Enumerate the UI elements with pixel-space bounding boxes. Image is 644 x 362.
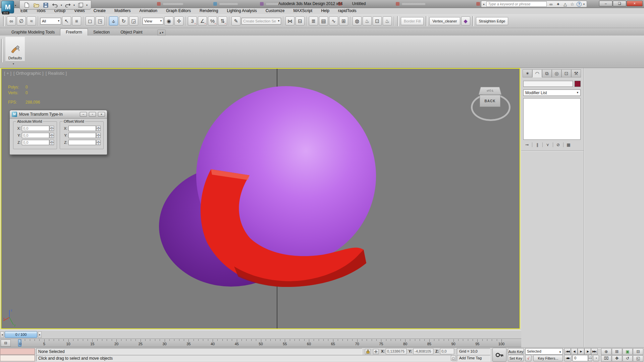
- menu-rendering[interactable]: Rendering: [195, 8, 222, 14]
- ribbon-tab-selection[interactable]: Selection: [88, 29, 115, 36]
- menu-modifiers[interactable]: Modifiers: [110, 8, 135, 14]
- window-crossing-icon[interactable]: ◳: [96, 16, 105, 25]
- select-and-scale-icon[interactable]: ◲: [129, 16, 138, 25]
- graphite-ribbon-toggle-icon[interactable]: ▤: [319, 16, 328, 25]
- time-slider[interactable]: 0 / 100: [5, 331, 37, 338]
- select-and-link-icon[interactable]: ∞: [7, 16, 16, 25]
- menu-rapidtools[interactable]: rapidTools: [334, 8, 361, 14]
- modifier-stack-list[interactable]: [523, 98, 581, 140]
- offset-x-spinner[interactable]: ▲▼: [96, 126, 101, 131]
- panel-expand-icon[interactable]: ▾: [13, 62, 14, 65]
- absolute-y-spinner[interactable]: ▲▼: [50, 133, 54, 138]
- time-back-arrow[interactable]: ◂: [0, 331, 4, 338]
- absolute-z-field[interactable]: 0,0: [22, 140, 49, 145]
- selection-lock-toggle[interactable]: [365, 349, 371, 354]
- ribbon-grip[interactable]: [1, 39, 3, 62]
- current-frame-field[interactable]: 0: [573, 355, 588, 361]
- modifier-list-dropdown[interactable]: Modifier List ▼: [523, 89, 581, 96]
- undo-dropdown-icon[interactable]: ▾: [61, 4, 62, 7]
- zoom-extents-all-icon[interactable]: ⊟: [633, 348, 643, 355]
- z-coord-field[interactable]: 0,0: [440, 348, 454, 354]
- maxscript-mini-listener[interactable]: [0, 355, 35, 361]
- undo-button[interactable]: [51, 2, 59, 8]
- render-production-icon[interactable]: ♨: [383, 16, 392, 25]
- offset-x-field[interactable]: [68, 126, 96, 131]
- make-unique-button[interactable]: ⋎: [544, 142, 551, 148]
- curve-editor-icon[interactable]: ∿: [329, 16, 338, 25]
- panel-edge-divider[interactable]: [584, 68, 584, 347]
- tab-hierarchy[interactable]: ⧉: [542, 69, 552, 77]
- tab-motion[interactable]: ◎: [552, 69, 561, 77]
- tab-utilities[interactable]: ⚒: [571, 69, 581, 77]
- zoom-region-icon[interactable]: ⌧: [601, 355, 611, 362]
- menu-lighting-analysis[interactable]: Lighting Analysis: [222, 8, 261, 14]
- vertex-cleaner-button[interactable]: Vertex_cleaner: [429, 17, 460, 25]
- go-to-start-button[interactable]: |◀◀: [564, 348, 571, 355]
- help-dropdown-icon[interactable]: ▾: [583, 3, 585, 6]
- reference-coordinate-combo[interactable]: View▼: [143, 18, 163, 24]
- offset-z-field[interactable]: [68, 140, 96, 145]
- save-file-button[interactable]: [42, 2, 49, 8]
- pan-icon[interactable]: ✥: [612, 355, 622, 362]
- redo-dropdown-icon[interactable]: ▾: [73, 4, 75, 7]
- zoom-extents-icon[interactable]: ▣: [623, 348, 633, 355]
- frame-spinner[interactable]: ▲▼: [588, 355, 592, 361]
- menu-maxscript[interactable]: MAXScript: [289, 8, 317, 14]
- tab-modify[interactable]: ◠: [532, 69, 542, 77]
- toolbar-grip[interactable]: [426, 16, 427, 26]
- menu-graph-editors[interactable]: Graph Editors: [162, 8, 195, 14]
- remove-modifier-button[interactable]: ⊘: [554, 142, 562, 148]
- search-history-icon[interactable]: ▸: [483, 3, 485, 6]
- viewcube[interactable]: TOP BACK: [470, 85, 512, 122]
- track-bar-ruler[interactable]: 0510152025303540455055606570758085909510…: [11, 339, 521, 347]
- absolute-mode-transform-toggle[interactable]: ✢: [373, 349, 379, 354]
- toolbar-grip[interactable]: [472, 16, 474, 26]
- select-and-manipulate-icon[interactable]: ✢: [174, 16, 183, 25]
- search-binoculars-icon[interactable]: ∞: [548, 2, 554, 7]
- ribbon-collapse-button[interactable]: ▴ ▾: [157, 29, 166, 36]
- edit-named-selection-sets-icon[interactable]: ✎: [231, 16, 240, 25]
- pin-stack-button[interactable]: ⊸: [523, 142, 531, 148]
- y-coord-field[interactable]: -4,808105: [413, 348, 433, 354]
- dialog-maximize-button[interactable]: ▫: [89, 112, 96, 117]
- select-and-move-icon[interactable]: ↔↕: [109, 16, 118, 25]
- menu-customize[interactable]: Customize: [261, 8, 289, 14]
- keyboard-shortcut-override-icon[interactable]: 3∩: [188, 16, 197, 25]
- search-input[interactable]: Type a keyword or phrase: [486, 1, 547, 7]
- offset-y-spinner[interactable]: ▲▼: [96, 133, 101, 138]
- bind-to-space-warp-icon[interactable]: ≈: [27, 16, 36, 25]
- orthographic-viewport[interactable]: [ + ] [ Orthographic ] [ Realistic ] Pol…: [1, 68, 520, 329]
- select-object-icon[interactable]: ↖: [62, 16, 71, 25]
- object-color-swatch[interactable]: [575, 81, 581, 87]
- communicator-button[interactable]: ▢: [451, 356, 456, 361]
- schematic-view-icon[interactable]: ⊞: [339, 16, 348, 25]
- menu-create[interactable]: Create: [89, 8, 110, 14]
- viewport-menu-general[interactable]: [ + ]: [4, 71, 11, 76]
- configure-modifier-sets-button[interactable]: ▦: [565, 142, 572, 148]
- viewport-menu-shading[interactable]: [ Realistic ]: [46, 71, 67, 76]
- render-setup-icon[interactable]: ♨: [363, 16, 372, 25]
- material-editor-icon[interactable]: ◍: [353, 16, 362, 25]
- percent-snap-icon[interactable]: %∩: [208, 16, 217, 25]
- subscription-key-icon[interactable]: ✦: [555, 2, 561, 7]
- selection-set-dropdown[interactable]: Selected ▼: [525, 348, 563, 355]
- align-icon[interactable]: ⊟: [296, 16, 305, 25]
- show-end-result-button[interactable]: ∥: [534, 142, 541, 148]
- snaps-toggle-icon[interactable]: ∠∩: [198, 16, 207, 25]
- spinner-snap-icon[interactable]: ⇅∩: [218, 16, 227, 25]
- named-selection-combo[interactable]: Create Selection Se▼: [241, 18, 281, 24]
- minimize-button[interactable]: –: [599, 1, 612, 6]
- key-mode-toggle[interactable]: |◀▶|: [564, 355, 572, 361]
- zoom-all-icon[interactable]: ⊞: [612, 348, 622, 355]
- clean-tool-icon[interactable]: ◆: [461, 16, 470, 25]
- border-fill-button[interactable]: Border Fill: [401, 17, 424, 25]
- x-coord-field[interactable]: 0,1338675: [386, 348, 407, 354]
- project-folder-button[interactable]: [77, 2, 84, 8]
- offset-z-spinner[interactable]: ▲▼: [96, 140, 101, 145]
- manage-layers-icon[interactable]: ≣: [309, 16, 318, 25]
- maxscript-macro-recorder[interactable]: [0, 348, 35, 355]
- toolbar-grip[interactable]: [397, 16, 399, 26]
- absolute-x-field[interactable]: 0,0: [22, 126, 49, 131]
- new-file-button[interactable]: [23, 2, 31, 8]
- dialog-title-bar[interactable]: M Move Transform Type-In – ▫ ×: [10, 110, 107, 119]
